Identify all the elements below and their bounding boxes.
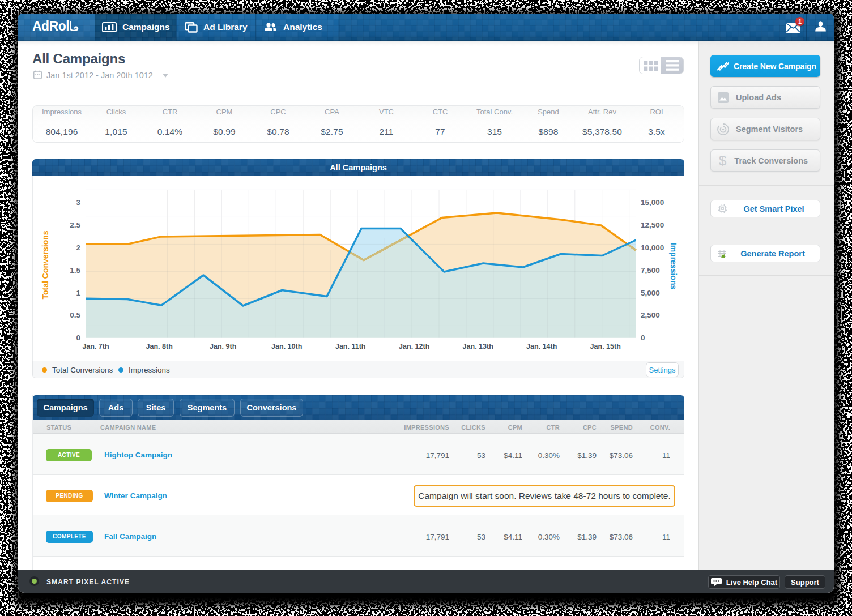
svg-text:Jan. 11th: Jan. 11th: [335, 343, 366, 350]
svg-text:2: 2: [76, 243, 80, 252]
svg-text:Jan. 7th: Jan. 7th: [82, 343, 109, 350]
svg-text:12,500: 12,500: [641, 221, 664, 229]
svg-text:1.5: 1.5: [70, 266, 80, 275]
svg-text:Total Conversions: Total Conversions: [41, 230, 50, 299]
svg-text:Jan. 10th: Jan. 10th: [271, 343, 302, 350]
svg-text:Jan. 15th: Jan. 15th: [590, 343, 621, 350]
svg-text:Impressions: Impressions: [669, 243, 678, 290]
svg-text:10,000: 10,000: [641, 243, 664, 252]
svg-text:0.5: 0.5: [70, 311, 80, 319]
svg-text:1: 1: [76, 289, 80, 297]
svg-text:2,500: 2,500: [641, 311, 660, 319]
svg-text:15,000: 15,000: [641, 198, 664, 207]
svg-text:Jan. 14th: Jan. 14th: [526, 343, 557, 350]
svg-text:2.5: 2.5: [70, 221, 80, 229]
svg-text:0: 0: [76, 333, 80, 342]
svg-text:5,000: 5,000: [641, 289, 660, 297]
svg-text:7,500: 7,500: [641, 266, 660, 275]
svg-text:3: 3: [76, 198, 80, 207]
svg-text:Jan. 9th: Jan. 9th: [210, 343, 236, 350]
svg-text:Jan. 12th: Jan. 12th: [399, 343, 429, 350]
svg-text:0: 0: [641, 333, 645, 342]
svg-text:Jan. 13th: Jan. 13th: [463, 343, 493, 350]
svg-text:Jan. 8th: Jan. 8th: [146, 343, 173, 350]
